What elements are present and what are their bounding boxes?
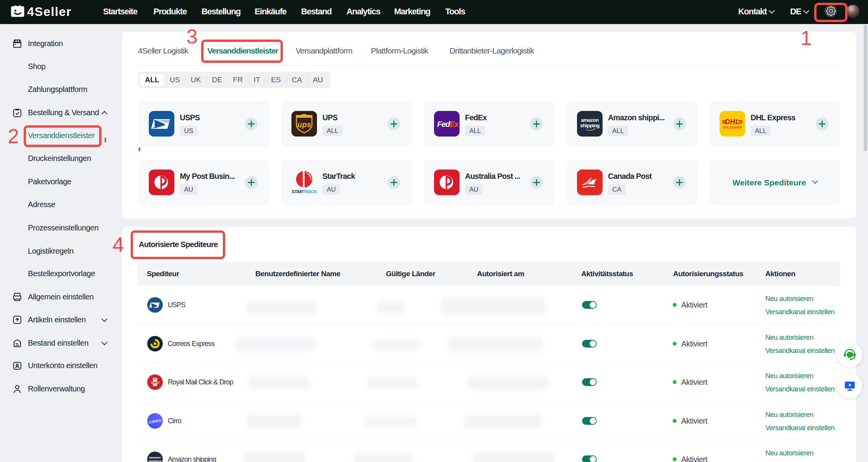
svg-text:Fed: Fed: [437, 120, 450, 128]
svg-text:amazon: amazon: [149, 456, 161, 459]
svg-text:shipping: shipping: [148, 459, 161, 462]
svg-text:Royal Mail: Royal Mail: [152, 382, 158, 384]
svg-text:DHL: DHL: [725, 118, 740, 126]
svg-text:ups: ups: [297, 120, 311, 129]
svg-text:shipping: shipping: [580, 123, 600, 128]
svg-text:DHL Express: DHL Express: [723, 125, 742, 129]
svg-text:STARTRACK: STARTRACK: [291, 189, 317, 194]
svg-text:Ex: Ex: [450, 120, 459, 128]
svg-text:amazon: amazon: [581, 117, 599, 123]
